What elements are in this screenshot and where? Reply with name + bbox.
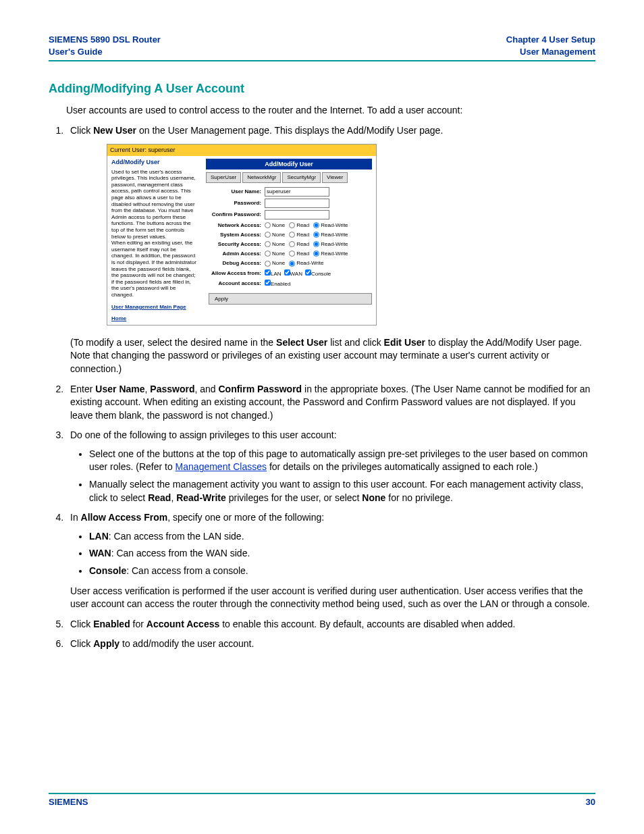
form-title-bar: Add/Modify User (206, 159, 372, 170)
step3-bullet-1: Select one of the buttons at the top of … (89, 448, 595, 474)
screenshot-sidebar: Add/Modify User Used to set the user's a… (107, 156, 202, 325)
step4-console: Console: Can access from a console. (89, 565, 595, 578)
sidebar-link-home[interactable]: Home (111, 315, 198, 322)
debug-none-radio[interactable] (265, 261, 271, 267)
admin-read-radio[interactable] (289, 251, 295, 257)
admin-none-radio[interactable] (265, 251, 271, 257)
intro-text: User accounts are used to control access… (66, 104, 595, 118)
header-section: User Management (520, 47, 595, 57)
step-4: In Allow Access From, specify one or mor… (66, 511, 595, 611)
screenshot-main: Add/Modify User SuperUser NetworkMgr Sec… (202, 156, 376, 325)
footer-brand: SIEMENS (49, 797, 88, 807)
system-none-radio[interactable] (265, 232, 271, 238)
network-none-radio[interactable] (265, 222, 271, 228)
admin-rw-radio[interactable] (313, 251, 319, 257)
enabled-checkbox[interactable] (265, 280, 271, 286)
embedded-screenshot: Current User: superuser Add/Modify User … (107, 144, 377, 325)
username-label: User Name: (206, 188, 265, 195)
allow-console-checkbox[interactable] (305, 269, 311, 276)
footer-page-number: 30 (586, 797, 595, 807)
header-guide: User's Guide (49, 47, 103, 57)
sidebar-description: Used to set the user's access privileges… (111, 169, 198, 298)
username-input[interactable] (265, 187, 329, 197)
confirm-password-input[interactable] (265, 210, 329, 219)
sidebar-link-main[interactable]: User Management Main Page (111, 304, 198, 311)
system-access-label: System Access: (206, 231, 265, 238)
allow-access-label: Allow Access from: (206, 269, 265, 277)
network-rw-radio[interactable] (313, 222, 319, 228)
page-header: SIEMENS 5890 DSL Router User's Guide Cha… (49, 34, 595, 61)
step4-wan: WAN: Can access from the WAN side. (89, 547, 595, 561)
preset-networkmgr-button[interactable]: NetworkMgr (242, 172, 281, 182)
network-access-label: Network Access: (206, 221, 265, 229)
network-read-radio[interactable] (289, 222, 295, 228)
step-1: Click New User on the User Management pa… (66, 124, 595, 376)
steps-list: Click New User on the User Management pa… (66, 124, 595, 651)
security-none-radio[interactable] (265, 241, 271, 247)
step-3: Do one of the following to assign privil… (66, 429, 595, 504)
confirm-password-label: Confirm Password: (206, 211, 265, 218)
management-classes-link[interactable]: Management Classes (176, 461, 267, 472)
debug-rw-radio[interactable] (289, 261, 295, 267)
security-read-radio[interactable] (289, 241, 295, 247)
step-2: Enter User Name, Password, and Confirm P… (66, 383, 595, 423)
preset-superuser-button[interactable]: SuperUser (206, 172, 241, 182)
step4-note: User access verification is performed if… (70, 585, 595, 611)
step-6: Click Apply to add/modify the user accou… (66, 637, 595, 651)
security-rw-radio[interactable] (313, 241, 319, 247)
header-product: SIEMENS 5890 DSL Router (49, 34, 161, 45)
password-label: Password: (206, 199, 265, 207)
debug-access-label: Debug Access: (206, 259, 265, 267)
password-input[interactable] (265, 199, 329, 208)
current-user-bar: Current User: superuser (107, 145, 376, 156)
step4-lan: LAN: Can access from the LAN side. (89, 530, 595, 544)
security-access-label: Security Access: (206, 240, 265, 248)
post-screenshot-note: (To modify a user, select the desired na… (70, 336, 595, 376)
header-chapter: Chapter 4 User Setup (506, 34, 595, 45)
step3-bullet-2: Manually select the management activity … (89, 478, 595, 504)
account-access-label: Account access: (206, 280, 265, 287)
system-rw-radio[interactable] (313, 232, 319, 238)
preset-viewer-button[interactable]: Viewer (322, 172, 348, 182)
preset-securitymgr-button[interactable]: SecurityMgr (282, 172, 321, 182)
sidebar-title: Add/Modify User (111, 159, 198, 166)
allow-lan-checkbox[interactable] (265, 269, 271, 276)
section-title: Adding/Modifying A User Account (49, 82, 595, 96)
apply-button[interactable]: Apply (209, 293, 372, 305)
system-read-radio[interactable] (289, 232, 295, 238)
page-footer: SIEMENS 30 (49, 793, 595, 807)
admin-access-label: Admin Access: (206, 250, 265, 257)
allow-wan-checkbox[interactable] (284, 269, 290, 276)
step-5: Click Enabled for Account Access to enab… (66, 618, 595, 631)
